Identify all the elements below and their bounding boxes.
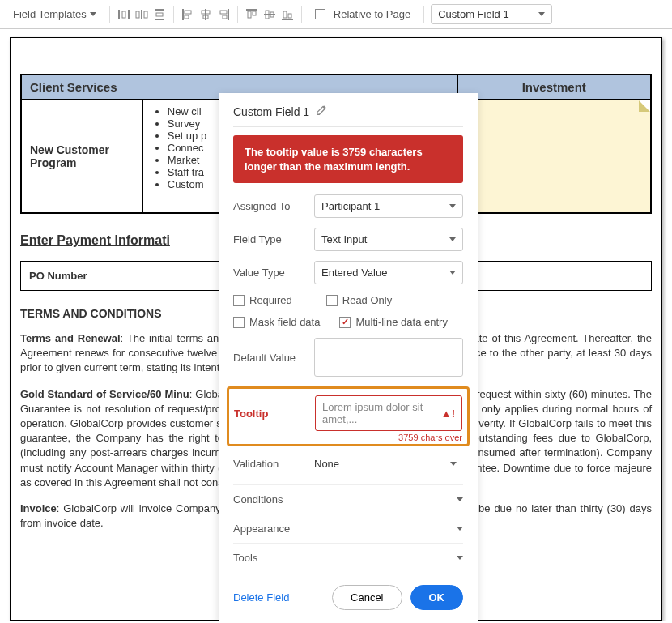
- align-bottom-icon[interactable]: [280, 7, 295, 22]
- svg-rect-1: [122, 11, 125, 18]
- svg-rect-18: [246, 9, 257, 11]
- default-value-label: Default Value: [233, 352, 314, 364]
- relative-to-page-checkbox[interactable]: Relative to Page: [308, 5, 417, 23]
- separator: [423, 6, 424, 23]
- edit-name-icon[interactable]: [316, 105, 327, 118]
- align-left-icon[interactable]: [181, 7, 195, 22]
- chevron-down-icon: [457, 527, 463, 531]
- chevron-down-icon: [449, 204, 456, 208]
- field-templates-label: Field Templates: [13, 8, 87, 20]
- custom-field-placeholder[interactable]: [457, 100, 651, 213]
- chevron-down-icon: [457, 556, 463, 560]
- distribute-horizontal-icon[interactable]: [117, 7, 131, 22]
- validation-select[interactable]: None: [314, 453, 463, 475]
- program-label: New Customer Program: [21, 100, 142, 213]
- investment-header: Investment: [457, 75, 651, 100]
- panel-title: Custom Field 1: [233, 105, 309, 118]
- tools-section[interactable]: Tools: [233, 543, 463, 572]
- warning-icon: ▲!: [441, 408, 455, 420]
- value-type-select[interactable]: Entered Value: [314, 261, 463, 284]
- svg-rect-17: [223, 15, 227, 19]
- tooltip-highlight: Tooltip Lorem ipsum dolor sit amet,... ▲…: [227, 386, 470, 446]
- separator: [301, 6, 302, 23]
- svg-rect-25: [283, 11, 287, 18]
- svg-rect-19: [248, 11, 251, 18]
- align-top-icon[interactable]: [245, 7, 259, 22]
- tooltip-label: Tooltip: [234, 408, 315, 420]
- checkbox-icon: [315, 9, 325, 19]
- cancel-button[interactable]: Cancel: [332, 585, 402, 610]
- align-center-vertical-icon[interactable]: [262, 7, 277, 22]
- separator: [237, 6, 238, 23]
- svg-rect-7: [156, 13, 163, 16]
- assigned-to-select[interactable]: Participant 1: [314, 194, 463, 218]
- svg-rect-8: [155, 19, 164, 20]
- align-center-horizontal-icon[interactable]: [198, 7, 213, 22]
- divider: [233, 126, 463, 127]
- chevron-down-icon: [450, 462, 457, 466]
- svg-rect-24: [282, 19, 293, 20]
- svg-rect-4: [141, 10, 142, 19]
- multiline-checkbox[interactable]: Multi-line data entry: [339, 316, 447, 328]
- svg-rect-11: [185, 15, 189, 19]
- svg-rect-2: [128, 10, 130, 19]
- readonly-checkbox[interactable]: Read Only: [326, 294, 392, 306]
- chevron-down-icon: [538, 12, 545, 16]
- svg-rect-0: [118, 10, 120, 19]
- appearance-section[interactable]: Appearance: [233, 514, 463, 543]
- tooltip-input[interactable]: Lorem ipsum dolor sit amet,... ▲!: [315, 395, 462, 431]
- validation-label: Validation: [233, 458, 314, 470]
- delete-field-link[interactable]: Delete Field: [233, 591, 289, 604]
- checkbox-checked-icon: [339, 317, 351, 328]
- svg-rect-9: [182, 9, 184, 20]
- distribute-vertical-icon[interactable]: [152, 7, 167, 22]
- field-type-select[interactable]: Text Input: [314, 228, 463, 251]
- distribute-inside-horizontal-icon[interactable]: [134, 7, 149, 22]
- conditions-section[interactable]: Conditions: [233, 484, 463, 514]
- mask-field-checkbox[interactable]: Mask field data: [233, 316, 320, 328]
- required-checkbox[interactable]: Required: [233, 294, 292, 306]
- align-right-icon[interactable]: [216, 7, 231, 22]
- relative-to-page-label: Relative to Page: [334, 8, 410, 20]
- field-selector-value: Custom Field 1: [438, 8, 508, 20]
- svg-rect-6: [155, 9, 164, 11]
- svg-rect-26: [288, 14, 291, 18]
- chevron-down-icon: [457, 497, 463, 501]
- default-value-input[interactable]: [314, 338, 463, 377]
- error-banner: The tooltip value is 3759 characters lon…: [233, 135, 463, 183]
- field-selector-dropdown[interactable]: Custom Field 1: [431, 4, 552, 24]
- svg-rect-16: [220, 11, 227, 14]
- ok-button[interactable]: OK: [410, 585, 464, 610]
- field-type-label: Field Type: [233, 233, 314, 245]
- svg-rect-10: [185, 11, 191, 14]
- chevron-down-icon: [449, 237, 456, 241]
- tooltip-chars-over: 3759 chars over: [234, 433, 462, 442]
- assigned-to-label: Assigned To: [233, 200, 314, 212]
- separator: [109, 6, 110, 23]
- checkbox-icon: [233, 295, 245, 306]
- chevron-down-icon: [90, 12, 96, 16]
- chevron-down-icon: [449, 271, 456, 275]
- checkbox-icon: [326, 295, 338, 306]
- separator: [173, 6, 174, 23]
- toolbar: Field Templates Relative to Page Custom …: [0, 0, 672, 29]
- svg-rect-20: [253, 11, 256, 15]
- field-templates-dropdown[interactable]: Field Templates: [6, 5, 103, 23]
- field-properties-panel: Custom Field 1 The tooltip value is 3759…: [219, 93, 478, 621]
- checkbox-icon: [233, 317, 245, 328]
- svg-rect-3: [136, 11, 139, 18]
- value-type-label: Value Type: [233, 267, 314, 279]
- svg-rect-5: [144, 11, 147, 18]
- svg-rect-15: [228, 9, 229, 20]
